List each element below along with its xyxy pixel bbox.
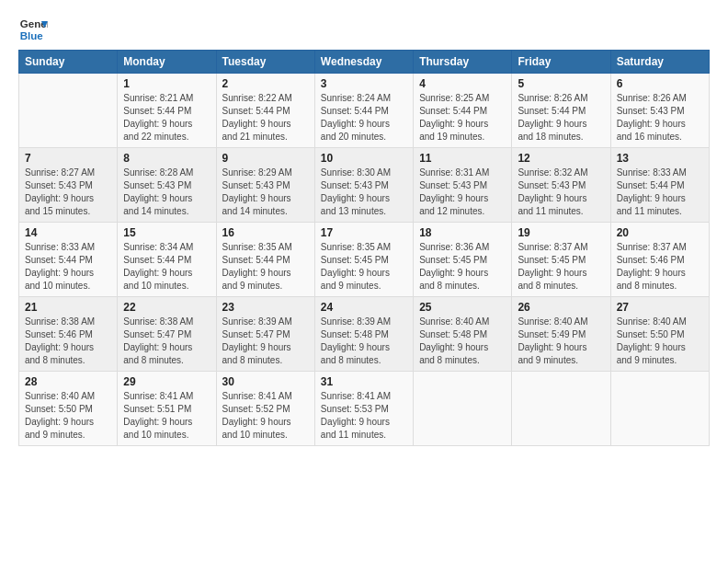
day-cell <box>19 74 118 148</box>
header-cell-tuesday: Tuesday <box>216 51 314 74</box>
header-row: SundayMondayTuesdayWednesdayThursdayFrid… <box>19 51 710 74</box>
day-cell: 15Sunrise: 8:34 AM Sunset: 5:44 PM Dayli… <box>118 223 216 297</box>
day-number: 24 <box>321 301 407 314</box>
day-number: 11 <box>419 152 506 165</box>
day-number: 17 <box>321 226 407 239</box>
day-cell: 31Sunrise: 8:41 AM Sunset: 5:53 PM Dayli… <box>314 372 413 446</box>
day-info: Sunrise: 8:37 AM Sunset: 5:46 PM Dayligh… <box>617 241 703 293</box>
day-number: 29 <box>123 375 210 388</box>
day-number: 3 <box>321 77 407 90</box>
header-cell-friday: Friday <box>512 51 610 74</box>
day-number: 4 <box>419 77 506 90</box>
day-number: 16 <box>222 226 309 239</box>
day-cell: 16Sunrise: 8:35 AM Sunset: 5:44 PM Dayli… <box>216 223 314 297</box>
day-info: Sunrise: 8:39 AM Sunset: 5:47 PM Dayligh… <box>222 316 309 367</box>
day-info: Sunrise: 8:41 AM Sunset: 5:52 PM Dayligh… <box>222 390 309 442</box>
day-cell: 18Sunrise: 8:36 AM Sunset: 5:45 PM Dayli… <box>414 223 512 297</box>
day-info: Sunrise: 8:40 AM Sunset: 5:50 PM Dayligh… <box>617 316 703 367</box>
day-info: Sunrise: 8:25 AM Sunset: 5:44 PM Dayligh… <box>419 92 506 144</box>
day-number: 30 <box>222 375 309 388</box>
day-cell: 1Sunrise: 8:21 AM Sunset: 5:44 PM Daylig… <box>118 74 216 148</box>
day-number: 7 <box>25 152 111 165</box>
week-row-1: 1Sunrise: 8:21 AM Sunset: 5:44 PM Daylig… <box>19 74 710 148</box>
day-cell: 17Sunrise: 8:35 AM Sunset: 5:45 PM Dayli… <box>314 223 413 297</box>
day-cell: 4Sunrise: 8:25 AM Sunset: 5:44 PM Daylig… <box>414 74 512 148</box>
header-cell-sunday: Sunday <box>19 51 118 74</box>
day-info: Sunrise: 8:41 AM Sunset: 5:51 PM Dayligh… <box>123 390 210 442</box>
day-cell: 13Sunrise: 8:33 AM Sunset: 5:44 PM Dayli… <box>610 148 709 223</box>
day-info: Sunrise: 8:34 AM Sunset: 5:44 PM Dayligh… <box>123 241 210 293</box>
header-cell-thursday: Thursday <box>414 51 512 74</box>
day-number: 15 <box>123 226 210 239</box>
day-info: Sunrise: 8:30 AM Sunset: 5:43 PM Dayligh… <box>321 167 407 218</box>
week-row-3: 14Sunrise: 8:33 AM Sunset: 5:44 PM Dayli… <box>19 223 710 297</box>
logo: General Blue <box>18 15 48 44</box>
week-row-5: 28Sunrise: 8:40 AM Sunset: 5:50 PM Dayli… <box>19 372 710 446</box>
day-number: 31 <box>321 375 407 388</box>
day-info: Sunrise: 8:31 AM Sunset: 5:43 PM Dayligh… <box>419 167 506 218</box>
day-number: 12 <box>518 152 604 165</box>
day-number: 1 <box>123 77 210 90</box>
day-info: Sunrise: 8:24 AM Sunset: 5:44 PM Dayligh… <box>321 92 407 144</box>
day-cell: 7Sunrise: 8:27 AM Sunset: 5:43 PM Daylig… <box>19 148 118 223</box>
day-cell <box>512 372 610 446</box>
calendar-table: SundayMondayTuesdayWednesdayThursdayFrid… <box>18 50 710 446</box>
day-cell: 2Sunrise: 8:22 AM Sunset: 5:44 PM Daylig… <box>216 74 314 148</box>
day-number: 18 <box>419 226 506 239</box>
day-cell: 22Sunrise: 8:38 AM Sunset: 5:47 PM Dayli… <box>118 297 216 372</box>
logo-icon: General Blue <box>18 15 48 44</box>
week-row-2: 7Sunrise: 8:27 AM Sunset: 5:43 PM Daylig… <box>19 148 710 223</box>
day-cell: 19Sunrise: 8:37 AM Sunset: 5:45 PM Dayli… <box>512 223 610 297</box>
day-cell: 27Sunrise: 8:40 AM Sunset: 5:50 PM Dayli… <box>610 297 709 372</box>
day-cell: 6Sunrise: 8:26 AM Sunset: 5:43 PM Daylig… <box>610 74 709 148</box>
day-cell <box>610 372 709 446</box>
day-info: Sunrise: 8:40 AM Sunset: 5:50 PM Dayligh… <box>25 390 111 442</box>
day-cell: 20Sunrise: 8:37 AM Sunset: 5:46 PM Dayli… <box>610 223 709 297</box>
day-cell: 14Sunrise: 8:33 AM Sunset: 5:44 PM Dayli… <box>19 223 118 297</box>
day-number: 14 <box>25 226 111 239</box>
day-cell: 10Sunrise: 8:30 AM Sunset: 5:43 PM Dayli… <box>314 148 413 223</box>
header-cell-saturday: Saturday <box>610 51 709 74</box>
day-info: Sunrise: 8:38 AM Sunset: 5:47 PM Dayligh… <box>123 316 210 367</box>
day-cell: 26Sunrise: 8:40 AM Sunset: 5:49 PM Dayli… <box>512 297 610 372</box>
header-cell-monday: Monday <box>118 51 216 74</box>
day-cell: 9Sunrise: 8:29 AM Sunset: 5:43 PM Daylig… <box>216 148 314 223</box>
day-number: 6 <box>617 77 703 90</box>
day-info: Sunrise: 8:32 AM Sunset: 5:43 PM Dayligh… <box>518 167 604 218</box>
day-number: 28 <box>25 375 111 388</box>
day-number: 8 <box>123 152 210 165</box>
day-number: 5 <box>518 77 604 90</box>
day-info: Sunrise: 8:35 AM Sunset: 5:45 PM Dayligh… <box>321 241 407 293</box>
day-number: 13 <box>617 152 703 165</box>
day-cell: 11Sunrise: 8:31 AM Sunset: 5:43 PM Dayli… <box>414 148 512 223</box>
day-cell: 25Sunrise: 8:40 AM Sunset: 5:48 PM Dayli… <box>414 297 512 372</box>
day-number: 23 <box>222 301 309 314</box>
day-cell: 5Sunrise: 8:26 AM Sunset: 5:44 PM Daylig… <box>512 74 610 148</box>
calendar-header: SundayMondayTuesdayWednesdayThursdayFrid… <box>19 51 710 74</box>
header-cell-wednesday: Wednesday <box>314 51 413 74</box>
day-cell: 30Sunrise: 8:41 AM Sunset: 5:52 PM Dayli… <box>216 372 314 446</box>
day-cell: 24Sunrise: 8:39 AM Sunset: 5:48 PM Dayli… <box>314 297 413 372</box>
day-info: Sunrise: 8:41 AM Sunset: 5:53 PM Dayligh… <box>321 390 407 442</box>
day-info: Sunrise: 8:38 AM Sunset: 5:46 PM Dayligh… <box>25 316 111 367</box>
day-info: Sunrise: 8:26 AM Sunset: 5:43 PM Dayligh… <box>617 92 703 144</box>
day-number: 27 <box>617 301 703 314</box>
day-number: 9 <box>222 152 309 165</box>
day-info: Sunrise: 8:35 AM Sunset: 5:44 PM Dayligh… <box>222 241 309 293</box>
day-info: Sunrise: 8:26 AM Sunset: 5:44 PM Dayligh… <box>518 92 604 144</box>
day-cell <box>414 372 512 446</box>
day-info: Sunrise: 8:21 AM Sunset: 5:44 PM Dayligh… <box>123 92 210 144</box>
day-number: 26 <box>518 301 604 314</box>
day-cell: 8Sunrise: 8:28 AM Sunset: 5:43 PM Daylig… <box>118 148 216 223</box>
day-number: 10 <box>321 152 407 165</box>
day-number: 21 <box>25 301 111 314</box>
day-info: Sunrise: 8:37 AM Sunset: 5:45 PM Dayligh… <box>518 241 604 293</box>
day-info: Sunrise: 8:40 AM Sunset: 5:48 PM Dayligh… <box>419 316 506 367</box>
day-info: Sunrise: 8:27 AM Sunset: 5:43 PM Dayligh… <box>25 167 111 218</box>
svg-text:Blue: Blue <box>20 30 44 41</box>
day-info: Sunrise: 8:39 AM Sunset: 5:48 PM Dayligh… <box>321 316 407 367</box>
day-info: Sunrise: 8:36 AM Sunset: 5:45 PM Dayligh… <box>419 241 506 293</box>
day-number: 22 <box>123 301 210 314</box>
page-container: General Blue SundayMondayTuesdayWednesda… <box>0 0 728 455</box>
day-cell: 12Sunrise: 8:32 AM Sunset: 5:43 PM Dayli… <box>512 148 610 223</box>
